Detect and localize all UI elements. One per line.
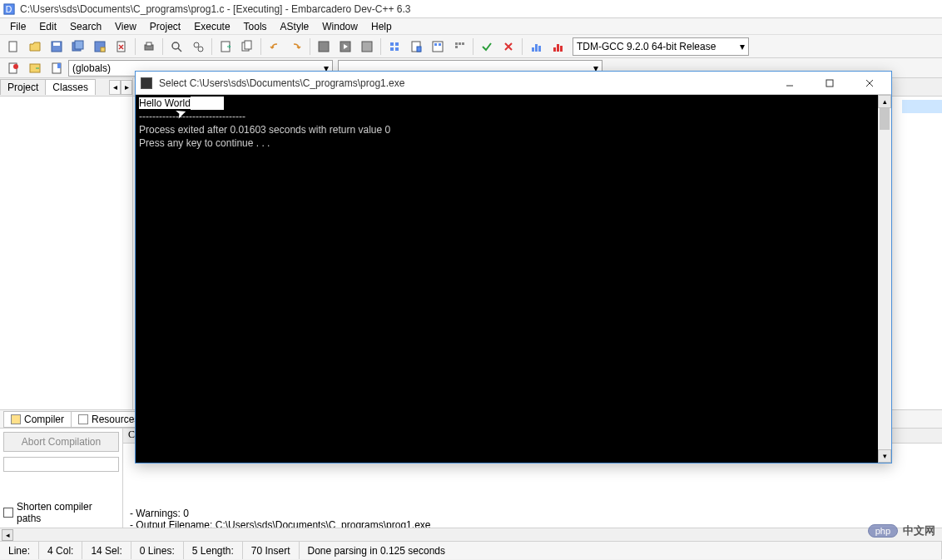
side-tab-project[interactable]: Project: [0, 79, 46, 95]
toggle-bookmark-button[interactable]: [47, 58, 67, 78]
console-title: Select C:\Users\sds\Documents\C_programs…: [159, 77, 773, 89]
svg-rect-2: [9, 42, 17, 52]
status-sel: 14 Sel:: [82, 542, 131, 559]
menu-edit[interactable]: Edit: [32, 19, 63, 34]
side-tab-prev-button[interactable]: ◂: [109, 80, 121, 95]
svg-rect-30: [439, 43, 441, 46]
svg-rect-35: [532, 47, 534, 52]
watermark-text: 中文网: [903, 523, 935, 538]
console-titlebar[interactable]: Select C:\Users\sds\Documents\C_programs…: [136, 72, 891, 95]
compile-run-button[interactable]: [357, 37, 377, 57]
syntax-check-button[interactable]: [428, 37, 448, 57]
app-icon: D: [3, 3, 15, 15]
output-h-scrollbar[interactable]: ◂: [0, 528, 942, 541]
goto-all-button[interactable]: [237, 37, 257, 57]
new-file-button[interactable]: [3, 37, 23, 57]
minimize-button[interactable]: [773, 73, 806, 93]
menu-file[interactable]: File: [3, 19, 32, 34]
bookmark-button[interactable]: [3, 58, 23, 78]
svg-rect-34: [455, 46, 458, 48]
svg-point-15: [198, 47, 203, 52]
side-panel: Project Classes ◂ ▸: [0, 78, 133, 409]
editor-selection-highlight: [902, 100, 942, 113]
save-all-button[interactable]: [68, 37, 88, 57]
compile-progress-bar: [3, 457, 119, 472]
main-window-titlebar: D C:\Users\sds\Documents\C_programs\prog…: [0, 0, 942, 18]
check-button[interactable]: [477, 37, 497, 57]
maximize-button[interactable]: [813, 73, 846, 93]
console-v-scrollbar[interactable]: ▴ ▾: [878, 95, 891, 463]
svg-rect-6: [75, 41, 83, 49]
compiler-select[interactable]: TDM-GCC 9.2.0 64-bit Release ▾: [573, 37, 749, 56]
save-as-button[interactable]: [90, 37, 110, 57]
menu-tools[interactable]: Tools: [237, 19, 274, 34]
profile-delete-button[interactable]: [548, 37, 568, 57]
status-col: 4 Col:: [39, 542, 82, 559]
save-button[interactable]: [47, 37, 67, 57]
svg-point-42: [13, 64, 18, 69]
print-button[interactable]: [139, 37, 159, 57]
toolbar-separator: [380, 38, 381, 55]
scrollbar-track[interactable]: [878, 130, 891, 449]
statusbar: Line: 4 Col: 14 Sel: 0 Lines: 5 Length: …: [0, 541, 942, 559]
svg-rect-18: [245, 41, 251, 49]
open-file-button[interactable]: [25, 37, 45, 57]
shorten-paths-row[interactable]: Shorten compiler paths: [3, 501, 119, 524]
chevron-down-icon: ▾: [740, 41, 745, 52]
abort-compilation-button[interactable]: Abort Compilation: [3, 432, 119, 452]
svg-text:D: D: [6, 3, 12, 13]
output-tab-compiler[interactable]: Compiler: [3, 411, 72, 428]
compile-button[interactable]: [314, 37, 334, 57]
console-line: --------------------------------: [139, 111, 245, 122]
scroll-left-button[interactable]: ◂: [2, 529, 13, 541]
svg-rect-23: [395, 42, 399, 46]
scroll-down-button[interactable]: ▾: [878, 449, 891, 463]
side-tab-next-button[interactable]: ▸: [121, 80, 132, 95]
rebuild-button[interactable]: [384, 37, 404, 57]
shorten-paths-checkbox[interactable]: [3, 508, 13, 518]
status-length: 5 Length:: [184, 542, 243, 559]
scrollbar-thumb[interactable]: [880, 108, 890, 130]
goto-button[interactable]: [216, 37, 236, 57]
redo-button[interactable]: [286, 37, 306, 57]
toolbar-separator: [162, 38, 163, 55]
menu-help[interactable]: Help: [364, 19, 399, 34]
menu-search[interactable]: Search: [63, 19, 108, 34]
menu-window[interactable]: Window: [315, 19, 364, 34]
scroll-up-button[interactable]: ▴: [878, 95, 891, 108]
status-message: Done parsing in 0.125 seconds: [300, 542, 942, 559]
console-window: Select C:\Users\sds\Documents\C_programs…: [135, 71, 892, 463]
menu-project[interactable]: Project: [143, 19, 187, 34]
svg-rect-38: [553, 47, 556, 52]
output-tab-compiler-label: Compiler: [24, 414, 64, 425]
menu-execute[interactable]: Execute: [187, 19, 236, 34]
compiler-icon: [11, 414, 21, 424]
svg-rect-19: [319, 42, 329, 52]
svg-rect-31: [455, 42, 458, 45]
replace-button[interactable]: [188, 37, 208, 57]
window-title: C:\Users\sds\Documents\C_programs\prog1.…: [20, 3, 411, 15]
svg-rect-8: [101, 47, 105, 52]
goto-bookmark-button[interactable]: [25, 58, 45, 78]
profile-button[interactable]: [526, 37, 546, 57]
close-button[interactable]: [853, 73, 886, 93]
menu-view[interactable]: View: [108, 19, 143, 34]
svg-rect-28: [433, 42, 443, 52]
console-body[interactable]: Hello World ----------------------------…: [136, 95, 891, 463]
menu-astyle[interactable]: AStyle: [274, 19, 316, 34]
compiler-select-text: TDM-GCC 9.2.0 64-bit Release: [577, 41, 716, 52]
side-tab-classes[interactable]: Classes: [45, 79, 96, 95]
run-button[interactable]: [335, 37, 355, 57]
status-insert: 70 Insert: [243, 542, 300, 559]
close-doc-button[interactable]: [112, 37, 131, 57]
svg-rect-37: [538, 46, 541, 52]
find-button[interactable]: [166, 37, 186, 57]
toolbar-separator: [310, 38, 310, 55]
console-output[interactable]: Hello World ----------------------------…: [136, 95, 878, 463]
undo-button[interactable]: [265, 37, 285, 57]
svg-rect-32: [459, 42, 461, 45]
debug-button[interactable]: [406, 37, 426, 57]
stop-button[interactable]: [498, 37, 518, 57]
scope-select-text: (globals): [72, 62, 111, 74]
clean-button[interactable]: [449, 37, 469, 57]
